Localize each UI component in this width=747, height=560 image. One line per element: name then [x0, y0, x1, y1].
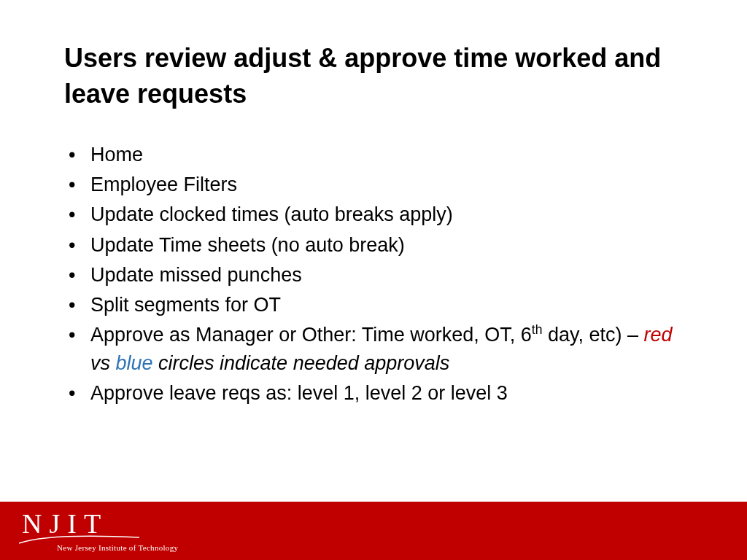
superscript: th [532, 322, 543, 337]
text-segment: day, etc) – [542, 324, 643, 346]
text-segment: Approve as Manager or Other: Time worked… [90, 324, 532, 346]
slide-content: Users review adjust & approve time worke… [0, 0, 747, 408]
text-segment: vs [90, 352, 116, 374]
logo-letters: NJIT [22, 510, 178, 537]
list-item: Split segments for OT [90, 291, 683, 319]
text-segment: circles indicate needed approvals [153, 352, 450, 374]
list-item: Update clocked times (auto breaks apply) [90, 201, 683, 229]
list-item: Employee Filters [90, 171, 683, 199]
bullet-list: Home Employee Filters Update clocked tim… [64, 141, 683, 408]
slide-title: Users review adjust & approve time worke… [64, 41, 683, 112]
njit-logo: NJIT New Jersey Institute of Technology [22, 510, 178, 552]
footer-bar: NJIT New Jersey Institute of Technology [0, 497, 747, 560]
text-red: red [643, 324, 672, 346]
list-item: Home [90, 141, 683, 169]
list-item: Update missed punches [90, 261, 683, 289]
list-item: Update Time sheets (no auto break) [90, 231, 683, 260]
list-item: Approve as Manager or Other: Time worked… [90, 321, 683, 378]
text-blue: blue [116, 352, 153, 374]
logo-swoosh-icon [19, 534, 139, 543]
list-item: Approve leave reqs as: level 1, level 2 … [90, 379, 683, 408]
